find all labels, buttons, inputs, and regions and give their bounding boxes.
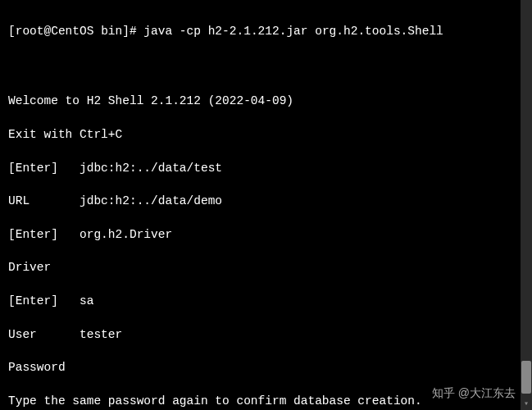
driver-enter-line: [Enter] org.h2.Driver	[8, 226, 524, 243]
prompt-cwd: bin	[101, 25, 122, 38]
driver-label-line: Driver	[8, 259, 524, 276]
prompt-user: root	[16, 25, 44, 38]
exit-hint-line: Exit with Ctrl+C	[8, 126, 524, 143]
user-enter-line: [Enter] sa	[8, 293, 524, 309]
password1-line: Password	[8, 359, 524, 376]
scrollbar[interactable]: ▾	[521, 0, 532, 410]
watermark-text: 知乎 @大江东去	[432, 385, 516, 402]
welcome-line: Welcome to H2 Shell 2.1.212 (2022-04-09)	[8, 93, 524, 109]
prompt-host: CentOS	[51, 25, 93, 38]
command-text: java -cp h2-2.1.212.jar org.h2.tools.She…	[143, 25, 443, 38]
url-value-line: URL jdbc:h2:../data/demo	[8, 193, 524, 209]
scrollbar-down-arrow-icon[interactable]: ▾	[522, 399, 530, 407]
user-value-line: User tester	[8, 326, 524, 343]
prompt-symbol: #	[130, 25, 137, 38]
url-enter-line: [Enter] jdbc:h2:../data/test	[8, 160, 524, 176]
terminal-output[interactable]: [root@CentOS bin]# java -cp h2-2.1.212.j…	[8, 7, 524, 410]
scrollbar-thumb[interactable]	[521, 361, 531, 394]
shell-prompt-line: [root@CentOS bin]# java -cp h2-2.1.212.j…	[8, 23, 524, 39]
